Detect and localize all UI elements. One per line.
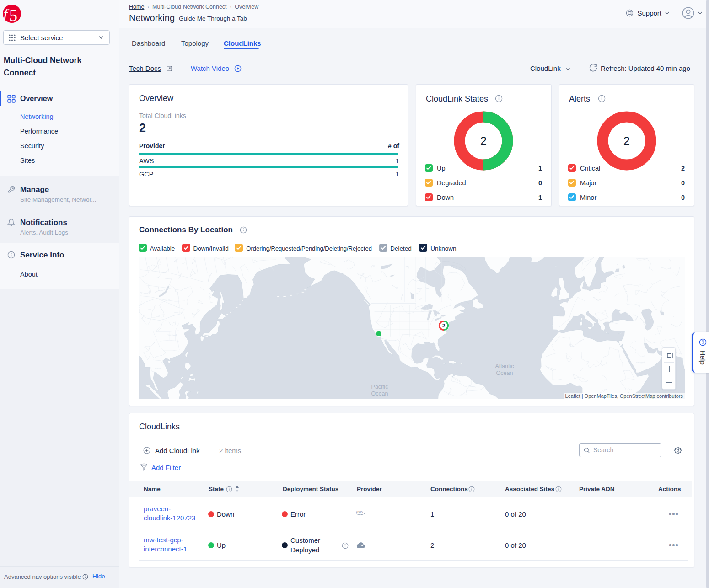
svg-text:2: 2: [480, 134, 487, 147]
svg-text:2: 2: [442, 323, 445, 328]
svg-text:2: 2: [623, 134, 630, 147]
svg-text:Ocean: Ocean: [496, 370, 513, 376]
svg-text:Atlantic: Atlantic: [495, 363, 514, 369]
svg-text:5: 5: [9, 6, 17, 23]
svg-text:Ocean: Ocean: [371, 390, 388, 397]
svg-text:aws: aws: [356, 509, 363, 514]
svg-text:Pacific: Pacific: [371, 384, 388, 390]
